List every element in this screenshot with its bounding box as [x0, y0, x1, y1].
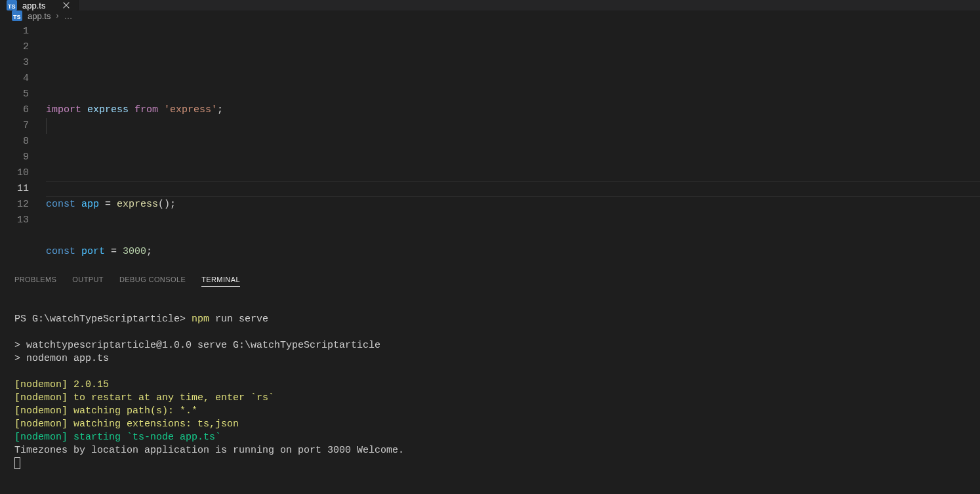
current-line-highlight [46, 181, 980, 197]
line-number: 11 [0, 181, 29, 197]
breadcrumb-file: app.ts [28, 11, 51, 21]
terminal[interactable]: PS G:\watchTypeScriptarticle> npm run se… [0, 291, 980, 494]
tab-app-ts[interactable]: TS app.ts [0, 0, 79, 10]
integrated-panel: PROBLEMS OUTPUT DEBUG CONSOLE TERMINAL P… [0, 270, 980, 494]
code-line: const app = express(); [46, 197, 980, 213]
terminal-line: [nodemon] watching extensions: ts,json [14, 419, 239, 430]
line-number: 13 [0, 213, 29, 228]
panel-tab-problems[interactable]: PROBLEMS [14, 276, 56, 287]
panel-tab-debug-console[interactable]: DEBUG CONSOLE [119, 276, 186, 287]
terminal-cursor [14, 457, 20, 469]
line-number: 8 [0, 134, 29, 150]
line-number: 9 [0, 150, 29, 165]
line-number: 10 [0, 165, 29, 181]
line-number: 12 [0, 197, 29, 213]
panel-tab-bar: PROBLEMS OUTPUT DEBUG CONSOLE TERMINAL [0, 270, 980, 291]
terminal-line: > nodemon app.ts [14, 353, 109, 364]
typescript-file-icon: TS [12, 10, 22, 21]
terminal-line: [nodemon] watching path(s): *.* [14, 405, 197, 417]
code-line [46, 150, 980, 165]
terminal-line: [nodemon] starting `ts-node app.ts` [14, 432, 221, 443]
panel-tab-terminal[interactable]: TERMINAL [201, 276, 240, 287]
code-line: const port = 3000; [46, 244, 980, 260]
tab-bar: TS app.ts [0, 0, 980, 10]
tab-title: app.ts [22, 1, 45, 10]
line-number: 1 [0, 24, 29, 39]
line-number: 4 [0, 71, 29, 87]
line-number: 5 [0, 87, 29, 102]
code-area[interactable]: import express from 'express'; const app… [46, 24, 980, 270]
code-line: import express from 'express'; [46, 102, 980, 118]
terminal-prompt: PS G:\watchTypeScriptarticle> [14, 314, 192, 325]
line-number: 7 [0, 118, 29, 134]
indent-guide [46, 118, 47, 134]
line-number: 2 [0, 39, 29, 55]
typescript-file-icon: TS [7, 0, 17, 10]
panel-tab-output[interactable]: OUTPUT [72, 276, 104, 287]
code-editor[interactable]: 12345678910111213 import express from 'e… [0, 21, 980, 270]
close-icon [62, 1, 71, 10]
breadcrumb[interactable]: TS app.ts › … [0, 10, 980, 21]
breadcrumb-more: … [64, 11, 72, 21]
terminal-line: Timezones by location application is run… [14, 445, 404, 456]
terminal-line: > watchtypescriptarticle@1.0.0 serve G:\… [14, 340, 380, 351]
line-number: 3 [0, 55, 29, 71]
terminal-cmd: npm [192, 314, 209, 325]
chevron-right-icon: › [56, 11, 58, 20]
terminal-line: [nodemon] 2.0.15 [14, 379, 109, 390]
line-number-gutter: 12345678910111213 [0, 24, 46, 270]
terminal-cmd-args: run serve [209, 314, 268, 325]
close-tab-button[interactable] [61, 0, 71, 10]
terminal-line: [nodemon] to restart at any time, enter … [14, 392, 274, 403]
line-number: 6 [0, 102, 29, 118]
